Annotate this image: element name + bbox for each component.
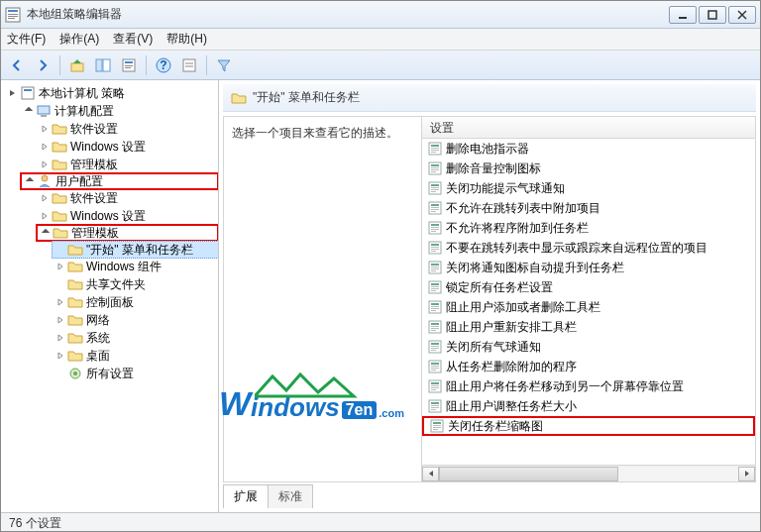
list-item[interactable]: 从任务栏删除附加的程序: [422, 357, 755, 376]
list-item[interactable]: 关闭功能提示气球通知: [422, 178, 755, 198]
list-item-label: 关闭所有气球通知: [446, 339, 541, 356]
tree-network[interactable]: 网络: [53, 311, 218, 329]
svg-rect-60: [431, 266, 439, 267]
expand-icon[interactable]: [54, 296, 66, 308]
svg-rect-79: [431, 343, 439, 345]
menu-action[interactable]: 操作(A): [59, 31, 99, 48]
svg-rect-15: [125, 67, 131, 68]
detail-header-text: "开始" 菜单和任务栏: [253, 89, 360, 106]
tree-cc-software[interactable]: 软件设置: [37, 120, 218, 138]
svg-rect-50: [431, 227, 439, 228]
properties-button[interactable]: [117, 53, 141, 77]
tree-label: 软件设置: [70, 190, 118, 207]
list-item-label: 不允许在跳转列表中附加项目: [446, 200, 600, 217]
scroll-right-button[interactable]: [738, 467, 755, 481]
tree-uc-admin[interactable]: 管理模板: [36, 224, 219, 242]
expand-icon[interactable]: [24, 175, 36, 187]
list-item-label: 锁定所有任务栏设置: [446, 279, 553, 296]
scroll-left-button[interactable]: [422, 467, 439, 481]
scroll-track[interactable]: [439, 467, 738, 481]
tree-win-components[interactable]: Windows 组件: [53, 258, 218, 275]
list-item[interactable]: 不允许在跳转列表中附加项目: [422, 198, 755, 218]
tree-system[interactable]: 系统: [53, 329, 218, 347]
list-item[interactable]: 关闭所有气球通知: [422, 337, 755, 357]
minimize-button[interactable]: [669, 6, 697, 24]
help-button[interactable]: ?: [152, 53, 175, 77]
svg-rect-84: [431, 363, 439, 365]
expand-icon[interactable]: [23, 105, 35, 117]
show-hide-tree-button[interactable]: [91, 53, 115, 77]
filter-button[interactable]: [212, 53, 236, 77]
tree-cc-windows[interactable]: Windows 设置: [37, 138, 218, 156]
expand-icon[interactable]: [40, 227, 52, 239]
expand-icon[interactable]: [39, 123, 51, 135]
expand-icon[interactable]: [39, 192, 51, 204]
list-item[interactable]: 删除音量控制图标: [422, 159, 755, 178]
window-buttons: [669, 6, 756, 24]
tree-user-config[interactable]: 用户配置: [20, 172, 219, 190]
computer-icon: [36, 103, 52, 119]
tree-computer-config[interactable]: 计算机配置: [21, 102, 218, 120]
svg-text:?: ?: [160, 58, 166, 72]
tree-label: 管理模板: [71, 225, 119, 242]
menu-help[interactable]: 帮助(H): [166, 31, 207, 48]
tree-root[interactable]: 本地计算机 策略: [5, 84, 218, 102]
svg-rect-21: [22, 87, 34, 99]
list-item-label: 关闭功能提示气球通知: [446, 180, 565, 197]
list-item[interactable]: 锁定所有任务栏设置: [422, 277, 755, 297]
column-header-setting[interactable]: 设置: [422, 117, 755, 139]
menu-view[interactable]: 查看(V): [113, 31, 153, 48]
horizontal-scrollbar[interactable]: [422, 465, 755, 481]
expand-icon[interactable]: [54, 332, 66, 344]
tree-all-settings[interactable]: 所有设置: [53, 365, 218, 382]
list-item[interactable]: 关闭将通知图标自动提升到任务栏: [422, 258, 755, 277]
tree-uc-windows[interactable]: Windows 设置: [37, 207, 218, 225]
back-button[interactable]: [5, 53, 29, 77]
tab-standard[interactable]: 标准: [268, 484, 313, 508]
svg-rect-13: [125, 61, 133, 63]
list-item[interactable]: 阻止用户重新安排工具栏: [422, 317, 755, 337]
list-body[interactable]: 删除电池指示器删除音量控制图标关闭功能提示气球通知不允许在跳转列表中附加项目不允…: [422, 139, 755, 465]
list-item[interactable]: 不要在跳转列表中显示或跟踪来自远程位置的项目: [422, 238, 755, 258]
svg-rect-46: [431, 209, 439, 210]
svg-rect-51: [431, 229, 439, 230]
detail-header: "开始" 菜单和任务栏: [223, 84, 756, 112]
expand-icon[interactable]: [39, 210, 51, 222]
tree-desktop[interactable]: 桌面: [53, 347, 218, 365]
scroll-thumb[interactable]: [439, 467, 618, 481]
up-button[interactable]: [65, 53, 89, 77]
spacer: [54, 278, 66, 290]
close-button[interactable]: [728, 6, 756, 24]
tree-cc-admin[interactable]: 管理模板: [37, 156, 218, 173]
expand-icon[interactable]: [54, 350, 66, 362]
list-item[interactable]: 删除电池指示器: [422, 139, 755, 159]
svg-rect-96: [431, 407, 439, 408]
list-item[interactable]: 阻止用户添加或者删除工具栏: [422, 297, 755, 317]
list-item[interactable]: 阻止用户调整任务栏大小: [422, 396, 755, 416]
menu-file[interactable]: 文件(F): [7, 31, 46, 48]
tree-uc-software[interactable]: 软件设置: [37, 189, 218, 207]
expand-icon[interactable]: [54, 314, 66, 326]
tree-control-panel[interactable]: 控制面板: [53, 293, 218, 311]
expand-icon[interactable]: [39, 159, 51, 170]
tree-pane[interactable]: 本地计算机 策略 计算机配置 软件设置 Windows 设置 管理模板: [1, 80, 219, 512]
list-item[interactable]: 不允许将程序附加到任务栏: [422, 218, 755, 238]
svg-rect-61: [431, 268, 439, 269]
svg-rect-94: [431, 402, 439, 404]
list-item[interactable]: 阻止用户将任务栏移动到另一个屏幕停靠位置: [422, 376, 755, 396]
maximize-button[interactable]: [699, 6, 726, 24]
options-button[interactable]: [177, 53, 201, 77]
expand-icon[interactable]: [54, 261, 66, 272]
svg-point-27: [73, 372, 77, 375]
list-item[interactable]: 关闭任务栏缩略图: [422, 416, 755, 436]
forward-button[interactable]: [31, 53, 54, 77]
expand-icon[interactable]: [39, 141, 51, 153]
tab-extended[interactable]: 扩展: [223, 484, 269, 508]
svg-rect-66: [431, 288, 439, 289]
svg-rect-80: [431, 346, 439, 347]
folder-icon: [67, 276, 83, 292]
tree-start-taskbar[interactable]: "开始" 菜单和任务栏: [52, 241, 219, 259]
svg-rect-91: [431, 387, 439, 388]
collapse-icon[interactable]: [7, 87, 19, 99]
tree-shared-folders[interactable]: 共享文件夹: [53, 275, 218, 293]
